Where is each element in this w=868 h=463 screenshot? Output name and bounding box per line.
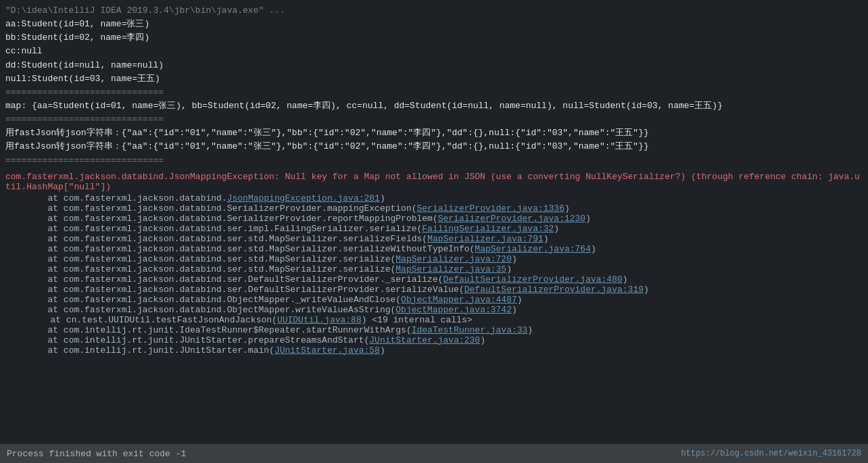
stack-5: at com.fasterxml.jackson.databind.ser.st… bbox=[5, 244, 863, 254]
output-fastjson-1: 用fastJson转json字符串：{"aa":{"id":"01","name… bbox=[5, 126, 863, 140]
stack-15: at com.intellij.rt.junit.JUnitStarter.ma… bbox=[5, 345, 863, 356]
output-fastjson-2: 用fastJson转json字符串：{"aa":{"id":"01","name… bbox=[5, 140, 863, 153]
stack-link-5[interactable]: MapSerializer.java:764 bbox=[475, 244, 591, 254]
stack-11: at com.fasterxml.jackson.databind.Object… bbox=[5, 305, 863, 315]
stack-12: at cn.test.UUIDUtil.testFastJsonAndJacks… bbox=[5, 315, 863, 325]
process-exit-message: Process finished with exit code -1 bbox=[7, 449, 186, 459]
stack-13: at com.intellij.rt.junit.IdeaTestRunner$… bbox=[5, 325, 863, 335]
stack-link-11[interactable]: ObjectMapper.java:3742 bbox=[395, 305, 512, 315]
output-null: null:Student(id=03, name=王五) bbox=[5, 72, 863, 86]
stack-link-13[interactable]: IdeaTestRunner.java:33 bbox=[412, 325, 528, 335]
stack-link-4[interactable]: MapSerializer.java:791 bbox=[427, 234, 544, 244]
stack-link-12[interactable]: UUIDUtil.java:88 bbox=[277, 315, 362, 325]
stack-link-0[interactable]: JsonMappingException.java:281 bbox=[227, 193, 380, 203]
divider-2: ============================== bbox=[5, 113, 863, 126]
stack-link-6[interactable]: MapSerializer.java:720 bbox=[395, 254, 512, 264]
stack-link-2[interactable]: SerializerProvider.java:1230 bbox=[438, 214, 585, 224]
stack-8: at com.fasterxml.jackson.databind.ser.De… bbox=[5, 274, 863, 285]
stack-4: at com.fasterxml.jackson.databind.ser.st… bbox=[5, 234, 863, 244]
java-exe-line: "D:\idea\IntelliJ IDEA 2019.3.4\jbr\bin\… bbox=[5, 4, 863, 18]
output-cc: cc:null bbox=[5, 45, 863, 58]
stack-link-9[interactable]: DefaultSerializerProvider.java:319 bbox=[464, 285, 644, 295]
stack-link-8[interactable]: DefaultSerializerProvider.java:480 bbox=[443, 274, 623, 285]
console-output: "D:\idea\IntelliJ IDEA 2019.3.4\jbr\bin\… bbox=[0, 0, 868, 463]
stack-link-1[interactable]: SerializerProvider.java:1336 bbox=[417, 203, 564, 214]
output-bb: bb:Student(id=02, name=李四) bbox=[5, 31, 863, 45]
output-dd: dd:Student(id=null, name=null) bbox=[5, 59, 863, 72]
stack-link-7[interactable]: MapSerializer.java:35 bbox=[395, 264, 506, 274]
stack-2: at com.fasterxml.jackson.databind.Serial… bbox=[5, 214, 863, 224]
stack-0: at com.fasterxml.jackson.databind.JsonMa… bbox=[5, 193, 863, 203]
stack-3: at com.fasterxml.jackson.databind.ser.im… bbox=[5, 224, 863, 234]
stack-link-3[interactable]: FailingSerializer.java:32 bbox=[422, 224, 554, 234]
stack-link-14[interactable]: JUnitStarter.java:230 bbox=[369, 335, 480, 345]
stack-9: at com.fasterxml.jackson.databind.ser.De… bbox=[5, 285, 863, 295]
stack-7: at com.fasterxml.jackson.databind.ser.st… bbox=[5, 264, 863, 274]
stack-6: at com.fasterxml.jackson.databind.ser.st… bbox=[5, 254, 863, 264]
watermark: https://blog.csdn.net/weixin_43161728 bbox=[681, 449, 861, 458]
stack-14: at com.intellij.rt.junit.JUnitStarter.pr… bbox=[5, 335, 863, 345]
divider-1: ============================== bbox=[5, 86, 863, 99]
divider-3: ============================== bbox=[5, 154, 863, 168]
stack-link-15[interactable]: JUnitStarter.java:58 bbox=[274, 345, 380, 356]
stack-10: at com.fasterxml.jackson.databind.Object… bbox=[5, 295, 863, 305]
bottom-bar: Process finished with exit code -1 https… bbox=[0, 444, 868, 463]
stack-link-10[interactable]: ObjectMapper.java:4487 bbox=[401, 295, 517, 305]
stack-1: at com.fasterxml.jackson.databind.Serial… bbox=[5, 203, 863, 214]
output-aa: aa:Student(id=01, name=张三) bbox=[5, 18, 863, 31]
exception-message: com.fasterxml.jackson.databind.JsonMappi… bbox=[5, 172, 863, 192]
output-map: map: {aa=Student(id=01, name=张三), bb=Stu… bbox=[5, 99, 863, 113]
